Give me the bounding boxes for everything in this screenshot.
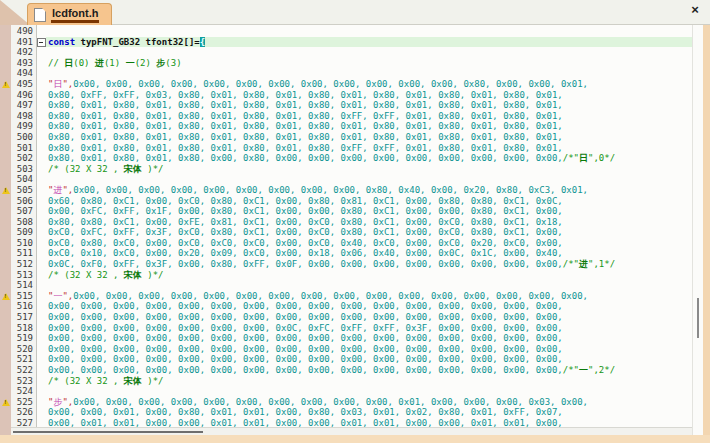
code-text[interactable]: 0x60, 0x80, 0xC1, 0x00, 0xC0, 0x80, 0xC1… bbox=[46, 196, 692, 207]
line-number: 522 bbox=[11, 365, 37, 376]
line-number: 524 bbox=[11, 386, 37, 397]
fold-column bbox=[37, 270, 46, 281]
code-text[interactable]: "步",0x00, 0x00, 0x00, 0x00, 0x00, 0x00, … bbox=[46, 397, 692, 408]
line-number: 505 bbox=[11, 185, 37, 196]
line-number: 514 bbox=[11, 280, 37, 291]
code-text[interactable]: 0x80, 0x01, 0x80, 0x01, 0x80, 0x01, 0x80… bbox=[46, 121, 692, 132]
code-text[interactable]: 0x00, 0x00, 0x00, 0x00, 0x00, 0x00, 0x00… bbox=[46, 333, 692, 344]
tab-lcdfont[interactable]: lcdfont.h bbox=[27, 3, 112, 25]
fold-column bbox=[37, 143, 46, 154]
code-segment-hex: 0x00, 0x00, 0x00, 0x00, 0x00, 0x00, 0x00… bbox=[48, 344, 563, 354]
code-text[interactable]: 0x80, 0x01, 0x80, 0x01, 0x80, 0x01, 0x80… bbox=[46, 111, 692, 122]
line-number: 503 bbox=[11, 164, 37, 175]
code-segment-hex: 0x00, 0x00, 0x00, 0x00, 0x00, 0x00, 0x00… bbox=[48, 301, 563, 311]
code-text[interactable]: 0x80, 0x01, 0x80, 0x01, 0x80, 0x01, 0x80… bbox=[46, 132, 692, 143]
code-text[interactable]: 0x00, 0x00, 0x00, 0x00, 0x00, 0x00, 0x00… bbox=[46, 344, 692, 355]
code-segment-q: ", bbox=[62, 291, 73, 301]
line-number: 491 bbox=[11, 37, 37, 48]
vertical-scrollbar[interactable] bbox=[692, 25, 703, 435]
code-text[interactable]: 0x00, 0xFC, 0xFF, 0x1F, 0x00, 0x80, 0xC1… bbox=[46, 206, 692, 217]
code-text[interactable] bbox=[46, 386, 692, 397]
line-number: 521 bbox=[11, 354, 37, 365]
code-text[interactable]: 0xC0, 0xFC, 0xFF, 0x3F, 0xC0, 0x80, 0xC1… bbox=[46, 227, 692, 238]
fold-column bbox=[37, 206, 46, 217]
code-text[interactable]: 0x00, 0x00, 0x00, 0x00, 0x00, 0x00, 0x00… bbox=[46, 365, 692, 376]
code-text[interactable]: "一",0x00, 0x00, 0x00, 0x00, 0x00, 0x00, … bbox=[46, 291, 692, 302]
code-text[interactable]: 0x00, 0x00, 0x00, 0x00, 0x00, 0x00, 0x00… bbox=[46, 354, 692, 365]
code-text[interactable]: /* (32 X 32 , 宋体 )*/ bbox=[46, 270, 692, 281]
code-text[interactable]: 0x80, 0x01, 0x80, 0x01, 0x80, 0x00, 0x80… bbox=[46, 153, 692, 164]
code-segment-cmtb: 一 bbox=[126, 58, 135, 68]
line-number: 499 bbox=[11, 121, 37, 132]
code-text[interactable] bbox=[46, 47, 692, 58]
code-text[interactable] bbox=[46, 280, 692, 291]
code-text[interactable]: "日",0x00, 0x00, 0x00, 0x00, 0x00, 0x00, … bbox=[46, 79, 692, 90]
fold-column bbox=[37, 153, 46, 164]
line-number: 496 bbox=[11, 90, 37, 101]
code-line: 503/* (32 X 32 , 宋体 )*/ bbox=[0, 164, 692, 175]
code-segment-hex: 0x00, 0x00, 0x00, 0x00, 0x00, 0x00, 0x00… bbox=[48, 354, 563, 364]
code-line: 490 bbox=[0, 26, 692, 37]
code-line: 513/* (32 X 32 , 宋体 )*/ bbox=[0, 270, 692, 281]
code-segment-hex: 0x80, 0xFF, 0xFF, 0x03, 0x80, 0x01, 0x80… bbox=[48, 90, 563, 100]
code-text[interactable]: 0x80, 0x01, 0x80, 0x01, 0x80, 0x01, 0x80… bbox=[46, 143, 692, 154]
margin-cell bbox=[0, 248, 11, 259]
code-line: 4970x80, 0x01, 0x80, 0x01, 0x80, 0x01, 0… bbox=[0, 100, 692, 111]
code-line: 5210x00, 0x00, 0x00, 0x00, 0x00, 0x00, 0… bbox=[0, 354, 692, 365]
code-text[interactable]: 0x80, 0xFF, 0xFF, 0x03, 0x80, 0x01, 0x80… bbox=[46, 90, 692, 101]
code-text[interactable]: 0x0C, 0xF0, 0xFF, 0x3F, 0x00, 0x80, 0xFF… bbox=[46, 259, 692, 270]
fold-column bbox=[37, 196, 46, 207]
code-text[interactable]: 0xC0, 0x80, 0xC0, 0x00, 0xC0, 0xC0, 0xC0… bbox=[46, 238, 692, 249]
code-text[interactable] bbox=[46, 174, 692, 185]
line-number: 518 bbox=[11, 323, 37, 334]
margin-cell bbox=[0, 280, 11, 291]
close-icon[interactable]: × bbox=[687, 2, 703, 18]
fold-column bbox=[37, 185, 46, 196]
code-line: 5220x00, 0x00, 0x00, 0x00, 0x00, 0x00, 0… bbox=[0, 365, 692, 376]
code-segment-cmtb: 宋体 bbox=[124, 164, 142, 174]
code-segment-hex: 0x80, 0x01, 0x80, 0x01, 0x80, 0x00, 0x80… bbox=[48, 153, 563, 163]
code-text[interactable]: 0x00, 0x00, 0x00, 0x00, 0x00, 0x00, 0x00… bbox=[46, 323, 692, 334]
tab-label: lcdfont.h bbox=[51, 6, 99, 23]
line-number: 504 bbox=[11, 174, 37, 185]
code-segment-cmt: )*/ bbox=[142, 376, 164, 386]
code-segment-cmt: (3) bbox=[165, 58, 181, 68]
code-segment-hex: 0x80, 0x01, 0x80, 0x01, 0x80, 0x01, 0x80… bbox=[48, 143, 563, 153]
code-segment-hex: 0x00, 0x00, 0x00, 0x00, 0x00, 0x00, 0x00… bbox=[73, 79, 588, 89]
code-segment-q: ", bbox=[62, 79, 73, 89]
fold-column bbox=[37, 376, 46, 387]
code-text[interactable]: 0x00, 0x01, 0x01, 0x00, 0x00, 0x01, 0x01… bbox=[46, 418, 692, 427]
line-number: 517 bbox=[11, 312, 37, 323]
code-text[interactable] bbox=[46, 26, 692, 37]
code-text[interactable]: const typFNT_GB32 tfont32[]={ bbox=[46, 37, 692, 48]
code-line: 491const typFNT_GB32 tfont32[]={ bbox=[0, 37, 692, 48]
fold-column bbox=[37, 386, 46, 397]
fold-column bbox=[37, 280, 46, 291]
code-line: 514 bbox=[0, 280, 692, 291]
code-text[interactable]: /* (32 X 32 , 宋体 )*/ bbox=[46, 164, 692, 175]
horizontal-scrollbar[interactable] bbox=[11, 427, 692, 435]
fold-column bbox=[37, 174, 46, 185]
collapse-minus-icon[interactable] bbox=[37, 38, 46, 47]
code-segment-q: ", bbox=[62, 397, 73, 407]
code-line: 524 bbox=[0, 386, 692, 397]
vertical-scrollbar-thumb[interactable] bbox=[697, 298, 699, 338]
warning-icon bbox=[0, 185, 11, 196]
code-text[interactable]: 0x00, 0x00, 0x00, 0x00, 0x00, 0x00, 0x00… bbox=[46, 301, 692, 312]
margin-cell bbox=[0, 312, 11, 323]
code-text[interactable]: 0x80, 0x80, 0xC1, 0x00, 0xFE, 0x81, 0xC1… bbox=[46, 217, 692, 228]
code-text[interactable]: /* (32 X 32 , 宋体 )*/ bbox=[46, 376, 692, 387]
code-text[interactable]: 0x00, 0x00, 0x00, 0x00, 0x00, 0x00, 0x00… bbox=[46, 312, 692, 323]
code-segment-hex: 0x00, 0x00, 0x00, 0x00, 0x00, 0x00, 0x00… bbox=[48, 312, 563, 322]
code-text[interactable]: // 日(0) 进(1) 一(2) 步(3) bbox=[46, 58, 692, 69]
code-line: 5110xC0, 0x10, 0xC0, 0x00, 0x20, 0x09, 0… bbox=[0, 248, 692, 259]
horizontal-scrollbar-thumb[interactable] bbox=[13, 431, 203, 433]
code-text[interactable]: 0x80, 0x01, 0x80, 0x01, 0x80, 0x01, 0x80… bbox=[46, 100, 692, 111]
code-text[interactable]: 0x00, 0x00, 0x01, 0x00, 0x80, 0x01, 0x01… bbox=[46, 407, 692, 418]
fold-toggle[interactable] bbox=[37, 37, 46, 48]
line-number: 516 bbox=[11, 301, 37, 312]
code-text[interactable]: 0xC0, 0x10, 0xC0, 0x00, 0x20, 0x09, 0xC0… bbox=[46, 248, 692, 259]
code-text[interactable] bbox=[46, 68, 692, 79]
code-text[interactable]: "进",0x00, 0x00, 0x00, 0x00, 0x00, 0x00, … bbox=[46, 185, 692, 196]
margin-cell bbox=[0, 111, 11, 122]
